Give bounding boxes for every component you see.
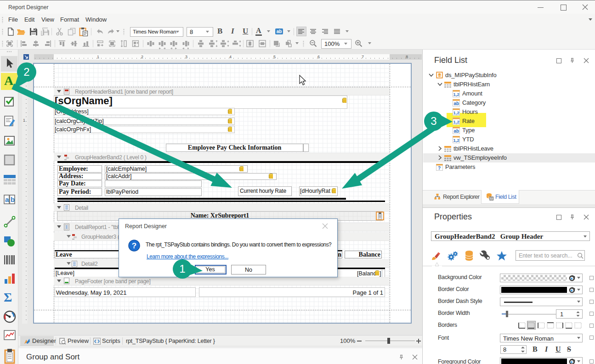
svg-text:ab: ab [454,129,459,134]
svg-text:a: a [5,196,9,203]
svg-text:?: ? [132,241,136,250]
svg-text:1,2: 1,2 [453,119,459,124]
svg-text:1,2: 1,2 [453,138,459,143]
svg-text:?: ? [438,166,441,171]
svg-text:ab: ab [454,101,459,106]
svg-text:b: b [11,196,15,203]
svg-text:1,2: 1,2 [453,92,459,97]
svg-text:1,2: 1,2 [453,110,459,115]
